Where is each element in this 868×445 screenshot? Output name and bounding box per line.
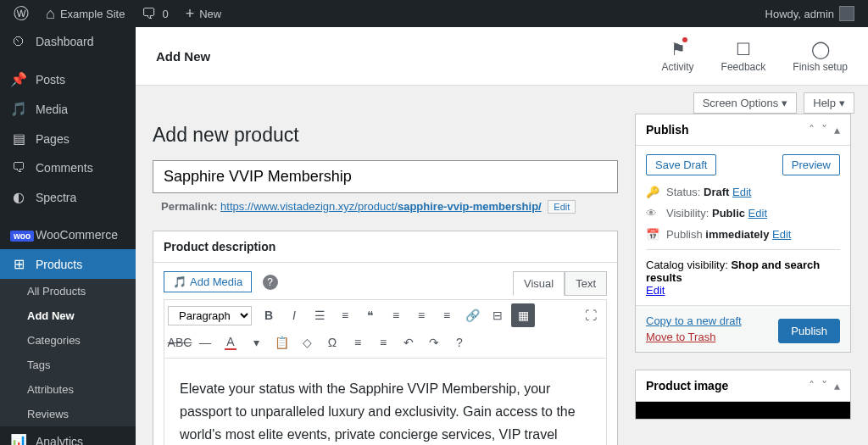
feedback-label: Feedback <box>721 61 766 73</box>
edit-status-link[interactable]: Edit <box>732 186 751 198</box>
undo-button[interactable]: ↶ <box>397 331 420 354</box>
add-media-button[interactable]: 🎵Add Media <box>164 271 252 292</box>
screen-options-label: Screen Options <box>703 97 779 109</box>
finish-setup-button[interactable]: ◯ Finish setup <box>793 39 848 73</box>
hr-button[interactable]: — <box>193 331 217 354</box>
tab-visual[interactable]: Visual <box>513 271 565 296</box>
help-label: Help <box>813 97 836 109</box>
new-content-link[interactable]: +New <box>179 0 229 27</box>
feedback-button[interactable]: ☐ Feedback <box>721 39 766 73</box>
comments-count: 0 <box>162 8 168 20</box>
product-image-box-title: Product image <box>646 379 728 392</box>
screen-options-button[interactable]: Screen Options ▾ <box>693 92 798 114</box>
finish-label: Finish setup <box>793 61 848 73</box>
sidebar-item-media[interactable]: 🎵Media <box>0 94 136 124</box>
indent-button[interactable]: ≡ <box>371 331 395 354</box>
wp-logo[interactable]: ⓦ <box>7 0 36 27</box>
paste-button[interactable]: 📋 <box>270 331 293 354</box>
sidebar-item-label: Pages <box>36 132 70 146</box>
textcolor-button[interactable]: A <box>219 331 242 354</box>
howdy-label: Howdy, admin <box>765 8 834 20</box>
align-center-button[interactable]: ≡ <box>409 303 433 327</box>
sidebar-item-pages[interactable]: ▤Pages <box>0 124 136 153</box>
textcolor-dropdown[interactable]: ▾ <box>244 331 268 354</box>
media-icon: 🎵 <box>10 101 27 117</box>
align-right-button[interactable]: ≡ <box>435 303 459 327</box>
outdent-button[interactable]: ≡ <box>346 331 370 354</box>
sidebar-item-comments[interactable]: 🗨Comments <box>0 153 136 182</box>
edit-visibility-link[interactable]: Edit <box>748 207 767 220</box>
activity-label: Activity <box>662 61 694 73</box>
sidebar-item-spectra[interactable]: ◐Spectra <box>0 182 136 212</box>
edit-catalog-link[interactable]: Edit <box>646 284 665 297</box>
clear-format-button[interactable]: ◇ <box>295 331 319 354</box>
admin-sidebar: ⏲Dashboard 📌Posts 🎵Media ▤Pages 🗨Comment… <box>0 27 136 445</box>
redo-button[interactable]: ↷ <box>422 331 446 354</box>
sidebar-item-label: Posts <box>36 73 65 86</box>
toolbar-toggle-button[interactable]: ▦ <box>511 303 535 327</box>
site-link[interactable]: ⌂Example Site <box>39 0 131 27</box>
permalink-link[interactable]: https://www.vistadezign.xyz/product/sapp… <box>220 200 542 213</box>
key-icon: 🔑 <box>646 186 659 198</box>
copy-draft-link[interactable]: Copy to a new draft <box>646 314 742 327</box>
finish-icon: ◯ <box>811 39 830 59</box>
tab-text[interactable]: Text <box>565 271 607 296</box>
blockquote-button[interactable]: ❝ <box>359 303 382 327</box>
sidebar-item-label: Media <box>36 103 68 116</box>
chevron-down-icon[interactable]: ˅ <box>821 123 827 136</box>
help-button[interactable]: Help ▾ <box>804 92 854 114</box>
move-trash-link[interactable]: Move to Trash <box>646 331 742 343</box>
submenu-add-new[interactable]: Add New <box>0 303 136 328</box>
editor-content[interactable]: Elevate your status with the Sapphire VV… <box>164 358 607 445</box>
products-icon: ⊞ <box>10 256 27 272</box>
submenu-all-products[interactable]: All Products <box>0 279 136 303</box>
special-char-button[interactable]: Ω <box>320 331 344 354</box>
numbered-list-button[interactable]: ≡ <box>333 303 357 327</box>
submenu-categories[interactable]: Categories <box>0 328 136 353</box>
align-left-button[interactable]: ≡ <box>384 303 408 327</box>
collapse-icon[interactable]: ▴ <box>834 379 840 392</box>
submenu-attributes[interactable]: Attributes <box>0 377 136 402</box>
chevron-down-icon[interactable]: ˅ <box>821 379 827 392</box>
avatar <box>839 6 854 21</box>
sidebar-item-products[interactable]: ⊞Products <box>0 249 136 279</box>
save-draft-button[interactable]: Save Draft <box>646 154 716 175</box>
format-select[interactable]: Paragraph <box>168 306 252 325</box>
sidebar-item-posts[interactable]: 📌Posts <box>0 64 136 94</box>
comment-icon: 🗨 <box>10 160 27 175</box>
site-name-label: Example Site <box>60 8 125 20</box>
sidebar-item-label: Spectra <box>36 191 76 204</box>
strikethrough-button[interactable]: ABC <box>168 331 192 354</box>
chevron-up-icon[interactable]: ˄ <box>809 123 815 136</box>
link-button[interactable]: 🔗 <box>460 303 484 327</box>
visibility-icon: 👁 <box>646 207 659 220</box>
sidebar-item-woocommerce[interactable]: wooWooCommerce <box>0 220 136 249</box>
fullscreen-button[interactable]: ⛶ <box>579 303 603 327</box>
keyboard-help-button[interactable]: ? <box>448 331 471 354</box>
collapse-icon[interactable]: ▴ <box>834 123 840 136</box>
readmore-button[interactable]: ⊟ <box>486 303 509 327</box>
sidebar-item-label: WooCommerce <box>36 228 118 242</box>
bullet-list-button[interactable]: ☰ <box>308 303 331 327</box>
bold-button[interactable]: B <box>257 303 281 327</box>
chevron-up-icon[interactable]: ˄ <box>809 379 815 392</box>
account-link[interactable]: Howdy, admin <box>759 0 861 27</box>
help-icon[interactable]: ? <box>263 275 278 290</box>
preview-button[interactable]: Preview <box>782 154 840 175</box>
submenu-reviews[interactable]: Reviews <box>0 402 136 426</box>
permalink-edit-button[interactable]: Edit <box>548 200 576 214</box>
publish-box-title: Publish <box>646 123 689 136</box>
submenu-tags[interactable]: Tags <box>0 353 136 377</box>
publish-button[interactable]: Publish <box>778 319 840 343</box>
chevron-down-icon: ▾ <box>782 97 787 109</box>
sidebar-item-analytics[interactable]: 📊Analytics <box>0 426 136 445</box>
flag-icon: ⚑ <box>670 39 686 59</box>
italic-button[interactable]: I <box>282 303 306 327</box>
activity-button[interactable]: ⚑ Activity <box>662 39 694 73</box>
chevron-down-icon: ▾ <box>839 97 845 109</box>
comments-link[interactable]: 🗨0 <box>135 0 175 27</box>
product-name-input[interactable] <box>153 160 618 193</box>
sidebar-item-dashboard[interactable]: ⏲Dashboard <box>0 27 136 56</box>
permalink-label: Permalink: <box>161 200 217 213</box>
edit-publish-link[interactable]: Edit <box>772 228 791 241</box>
